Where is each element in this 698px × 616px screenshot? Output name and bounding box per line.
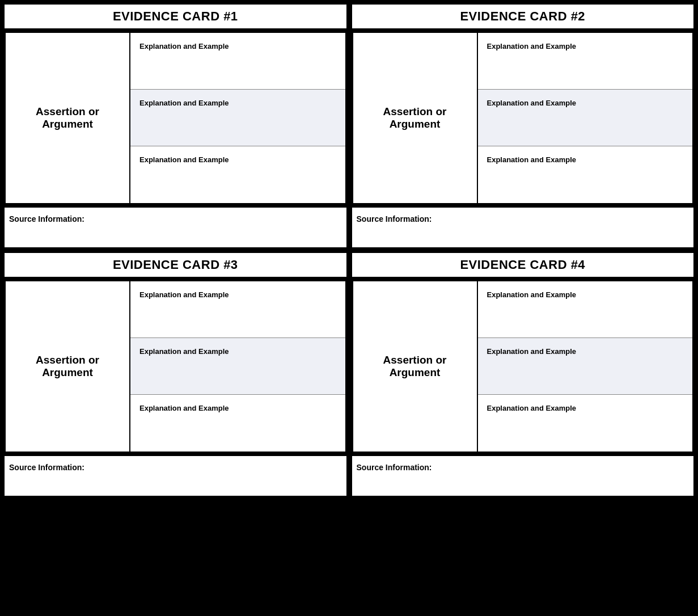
card-body-2: Assertion or ArgumentExplanation and Exa… (352, 32, 694, 204)
card-title-1: EVIDENCE CARD #1 (5, 5, 346, 28)
assertion-label-4: Assertion or Argument (362, 354, 468, 379)
card-title-4: EVIDENCE CARD #4 (352, 253, 694, 277)
assertion-col-3: Assertion or Argument (6, 281, 130, 452)
evidence-card-1: EVIDENCE CARD #1Assertion or ArgumentExp… (5, 5, 346, 247)
assertion-label-1: Assertion or Argument (15, 106, 120, 130)
source-bar-2[interactable]: Source Information: (352, 208, 694, 247)
explanation-cell-1-2[interactable]: Explanation and Example (130, 90, 345, 146)
page-grid: EVIDENCE CARD #1Assertion or ArgumentExp… (5, 5, 693, 496)
explanation-cell-3-2[interactable]: Explanation and Example (130, 338, 345, 395)
assertion-col-2: Assertion or Argument (353, 33, 478, 203)
explanation-cell-3-3[interactable]: Explanation and Example (130, 395, 345, 452)
explanations-col-1: Explanation and ExampleExplanation and E… (130, 33, 345, 203)
assertion-label-3: Assertion or Argument (15, 354, 120, 379)
explanation-cell-3-1[interactable]: Explanation and Example (130, 281, 345, 338)
source-bar-1[interactable]: Source Information: (5, 208, 346, 247)
source-bar-3[interactable]: Source Information: (5, 456, 346, 496)
source-bar-4[interactable]: Source Information: (352, 456, 694, 496)
assertion-label-2: Assertion or Argument (362, 106, 468, 130)
card-body-1: Assertion or ArgumentExplanation and Exa… (5, 32, 346, 204)
explanation-cell-2-1[interactable]: Explanation and Example (478, 33, 693, 90)
explanation-cell-2-2[interactable]: Explanation and Example (478, 90, 693, 146)
card-body-3: Assertion or ArgumentExplanation and Exa… (5, 280, 346, 453)
evidence-card-2: EVIDENCE CARD #2Assertion or ArgumentExp… (352, 5, 694, 247)
evidence-card-4: EVIDENCE CARD #4Assertion or ArgumentExp… (352, 253, 694, 496)
card-title-2: EVIDENCE CARD #2 (352, 5, 694, 28)
explanations-col-2: Explanation and ExampleExplanation and E… (478, 33, 693, 203)
explanations-col-4: Explanation and ExampleExplanation and E… (478, 281, 693, 452)
explanation-cell-1-3[interactable]: Explanation and Example (130, 146, 345, 203)
explanation-cell-1-1[interactable]: Explanation and Example (130, 33, 345, 90)
explanation-cell-4-3[interactable]: Explanation and Example (478, 395, 693, 452)
explanation-cell-4-1[interactable]: Explanation and Example (478, 281, 693, 338)
explanations-col-3: Explanation and ExampleExplanation and E… (130, 281, 345, 452)
card-body-4: Assertion or ArgumentExplanation and Exa… (352, 280, 694, 453)
evidence-card-3: EVIDENCE CARD #3Assertion or ArgumentExp… (5, 253, 346, 496)
card-title-3: EVIDENCE CARD #3 (5, 253, 346, 277)
assertion-col-1: Assertion or Argument (6, 33, 130, 203)
assertion-col-4: Assertion or Argument (353, 281, 478, 452)
explanation-cell-2-3[interactable]: Explanation and Example (478, 146, 693, 203)
explanation-cell-4-2[interactable]: Explanation and Example (478, 338, 693, 395)
